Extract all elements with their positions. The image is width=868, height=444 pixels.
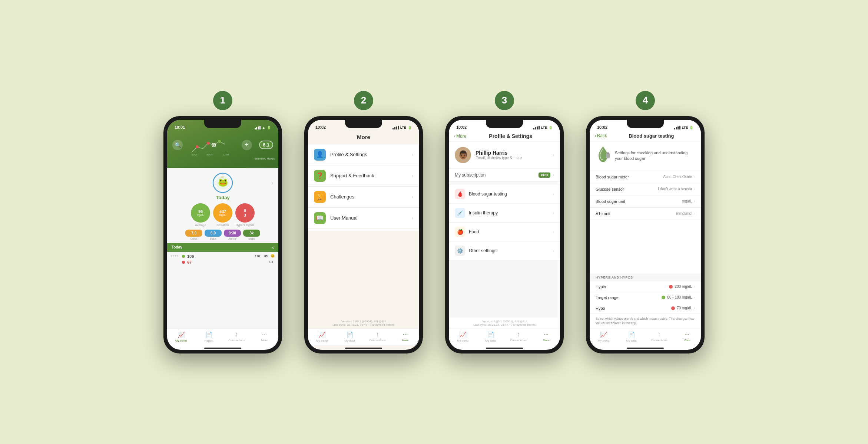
entry-2-extras: 1,0 [268, 260, 275, 264]
p4-bs-meter-row[interactable]: Blood sugar meter Accu-Chek Guide › [590, 171, 701, 183]
p4-hyper-row[interactable]: Hyper 200 mg/dL › [590, 282, 701, 292]
back-label-4: Back [597, 133, 607, 138]
food-icon-3: 🍎 [455, 227, 465, 237]
add-icon-1[interactable]: + [242, 140, 252, 150]
p4-section-header: HYPERS AND HYPOS [590, 273, 701, 282]
p4-target-label: Target range [596, 295, 662, 300]
today-section-label: Today [172, 245, 182, 249]
p2-item-profile[interactable]: 👤 Profile & Settings › [308, 144, 419, 165]
p4-glucose-sensor-chevron: › [694, 187, 695, 191]
p4-target-range-row[interactable]: Target range 80 - 180 mg/dL › [590, 292, 701, 303]
mydata-label-4: My data [626, 339, 636, 342]
trend-icon-4: 📈 [600, 331, 607, 338]
mydata-label-3: My data [485, 339, 496, 342]
trend-icon-3: 📈 [459, 331, 467, 338]
chevron-other-3: › [553, 249, 554, 253]
avg-badge: 96 mg/dL [191, 203, 210, 223]
time-1: 10:01 [175, 125, 185, 129]
p2-item-challenges[interactable]: 🏆 Challenges › [308, 187, 419, 208]
p2-item-support[interactable]: ❓ Support & Feedback › [308, 165, 419, 187]
p4-a1c-unit-row[interactable]: A1c unit mmol/mol › [590, 208, 701, 220]
phone-1-header: 10:01 ▲ 🔋 🔍 [167, 120, 278, 168]
p4-bs-unit-row[interactable]: Blood sugar unit mg/dL › [590, 195, 701, 208]
connections-label-3: Connections [510, 339, 526, 342]
nav-connections-1[interactable]: ↑ Connections [228, 331, 246, 342]
extra-128: 128 [254, 254, 261, 258]
chevron-challenges-2: › [412, 194, 413, 200]
time-2: 10:02 [315, 125, 326, 129]
nav-my-trend-2[interactable]: 📈 My trend [313, 331, 331, 342]
phone-4: 10:02 LTE 🔋 ‹ Back Blood sugar testing [586, 116, 705, 353]
p3-subscription-row[interactable]: My subscription PRO › [449, 169, 560, 182]
nav-more-2[interactable]: ··· More [396, 331, 415, 342]
p4-target-value: 80 - 180 mg/dL [667, 295, 692, 299]
search-icon-1[interactable]: 🔍 [172, 140, 183, 150]
p3-header: ‹ More Profile & Settings [449, 131, 560, 142]
avg-value: 96 [198, 209, 203, 214]
nav-report-1[interactable]: 📄 Report [200, 331, 218, 342]
nav-mydata-3[interactable]: 📄 My data [481, 331, 500, 342]
sync-text-2: Last sync: 25.03.21, 09:44 · 0 unsynced … [308, 323, 419, 326]
chevron-profile-2: › [412, 152, 413, 157]
dev-stat: ±37 mg/dL Deviation [213, 203, 232, 227]
profile-icon-2: 👤 [314, 149, 326, 161]
p3-other-item[interactable]: ⚙️ Other settings › [449, 241, 560, 260]
nav-my-trend-1[interactable]: 📈 My trend [172, 331, 191, 342]
nav-more-3[interactable]: ··· More [537, 331, 556, 342]
p3-blood-sugar-item[interactable]: 🩸 Blood sugar testing › [449, 185, 560, 204]
p4-back-btn[interactable]: ‹ Back [595, 133, 607, 138]
phone-2-header-title: More [308, 131, 419, 144]
svg-rect-12 [606, 153, 610, 158]
nav-trend-3[interactable]: 📈 My trend [454, 331, 472, 342]
p3-food-item[interactable]: 🍎 Food › [449, 223, 560, 241]
p3-profile-name: Phillip Harris [476, 150, 522, 156]
more-icon-3: ··· [544, 331, 549, 338]
entry-1: 13:28 106 128 85 😊 [171, 254, 275, 259]
avg-stat: 96 mg/dL Average [191, 203, 210, 227]
p4-hypo-chevron: › [694, 306, 695, 310]
connections-icon-2: ↑ [376, 331, 379, 338]
p4-hero-icon [596, 146, 610, 166]
p4-hypo-row[interactable]: Hypo 70 mg/dL › [590, 303, 701, 314]
p4-glucose-sensor-value: I don't wear a sensor [658, 187, 692, 191]
more-icon-4: ··· [685, 331, 689, 338]
phone-1-content: 🐸 4↑ › Today 96 mg/dL [167, 168, 278, 329]
p2-item-challenges-text: Challenges [330, 194, 407, 200]
p3-insulin-item[interactable]: 💉 Insulin therapy › [449, 204, 560, 223]
p3-back-btn[interactable]: ‹ More [454, 134, 466, 139]
nav-more-4[interactable]: ··· More [678, 331, 696, 342]
p4-glucose-sensor-row[interactable]: Glucose sensor I don't wear a sensor › [590, 183, 701, 195]
emoji-icon-1: 😊 [271, 254, 275, 258]
step-badge-1: 1 [213, 91, 232, 110]
nav-mydata-4[interactable]: 📄 My data [622, 331, 641, 342]
p4-hyper-label: Hyper [596, 285, 669, 289]
back-label-3: More [456, 134, 466, 139]
svg-text:🐸: 🐸 [218, 177, 228, 187]
p4-hyper-chevron: › [694, 285, 695, 289]
more-icon-1: ··· [262, 331, 267, 338]
nav-connections-4[interactable]: ↑ Connections [650, 331, 669, 342]
entry-1-time: 13:28 [171, 254, 180, 258]
nav-mydata-2[interactable]: 📄 My data [341, 331, 359, 342]
nav-connections-3[interactable]: ↑ Connections [509, 331, 528, 342]
time-3: 10:02 [456, 125, 467, 129]
chevron-bs-3: › [553, 192, 554, 196]
signal-bars-2 [392, 126, 399, 129]
nav-more-1[interactable]: ··· More [255, 331, 274, 342]
dev-badge: ±37 mg/dL [213, 203, 232, 223]
nav-connections-2[interactable]: ↑ Connections [368, 331, 387, 342]
p4-header: ‹ Back Blood sugar testing [590, 131, 701, 141]
chevron-profile-3: › [553, 152, 554, 158]
p2-item-manual[interactable]: 📖 User Manual › [308, 208, 419, 229]
insulin-icon-3: 💉 [455, 208, 465, 218]
battery-icon-4: 🔋 [689, 126, 693, 129]
home-indicator-3 [486, 348, 523, 349]
nav-trend-4[interactable]: 📈 My trend [594, 331, 613, 342]
back-chevron-3: ‹ [454, 134, 455, 139]
hyper-label: Hypers Hypos [236, 223, 254, 227]
p4-bs-unit-chevron: › [694, 199, 695, 203]
p3-profile-card[interactable]: 👨🏾 Phillip Harris Email, diabetes type &… [449, 142, 560, 169]
chevron-manual-2: › [412, 216, 413, 221]
carbs-value: 7,0 [191, 231, 196, 235]
p3-avatar: 👨🏾 [455, 147, 471, 163]
